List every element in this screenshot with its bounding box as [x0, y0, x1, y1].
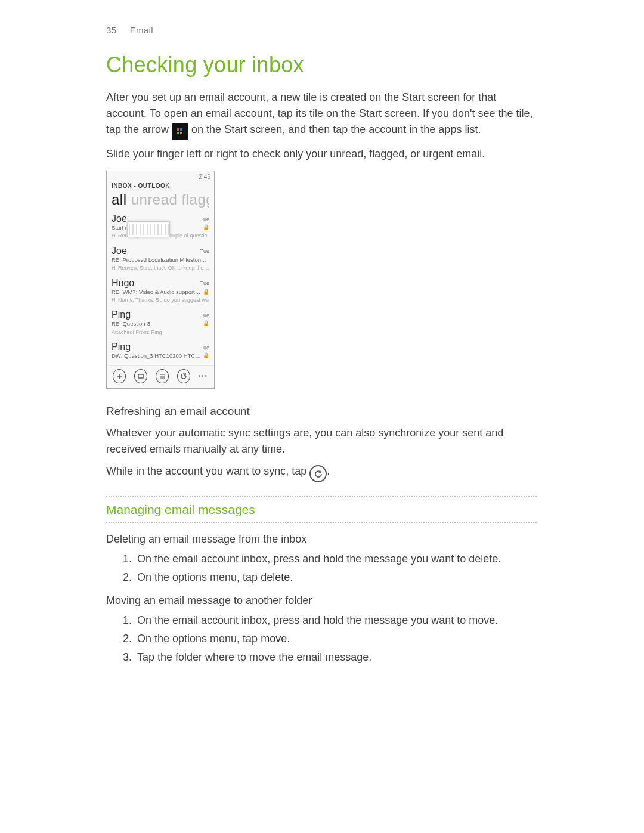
list-item: Tap the folder where to move the email m… [135, 649, 537, 665]
phone-message: Ping Tue DW: Question_3 HTC10200 HTC_DH_… [112, 339, 209, 363]
menu-command: move [261, 633, 287, 645]
sync-icon [177, 369, 190, 383]
delete-heading: Deleting an email message from the inbox [106, 531, 537, 547]
step-tail: . [287, 633, 290, 645]
phone-pivot: all unread flagg [112, 189, 209, 210]
running-header: 35 Email [106, 24, 537, 38]
refresh-2a: While in the account you want to sync, t… [106, 465, 309, 477]
refresh-body-1: Whatever your automatic sync settings ar… [106, 425, 537, 457]
move-heading: Moving an email message to another folde… [106, 593, 537, 609]
phone-msg-sender: Ping [112, 310, 131, 320]
phone-msg-day: Tue [200, 280, 209, 288]
phone-msg-sender: Hugo [112, 278, 134, 288]
folders-icon [156, 369, 169, 383]
intro-paragraph-2: Slide your finger left or right to check… [106, 146, 537, 162]
move-steps: On the email account inbox, press and ho… [106, 612, 537, 665]
phone-msg-subject: RE: WM7: Video & Audio supported for [112, 288, 203, 296]
phone-appbar: ••• [107, 365, 214, 388]
phone-msg-sender: Joe [112, 246, 127, 256]
managing-heading: Managing email messages [106, 500, 537, 519]
page: 35 Email Checking your inbox After you s… [0, 0, 644, 833]
section-name: Email [130, 25, 153, 35]
phone-pivot-selected: all [112, 191, 127, 208]
list-item: On the email account inbox, press and ho… [135, 612, 537, 628]
phone-screenshot: 2:46 INBOX - OUTLOOK all unread flagg Jo… [106, 171, 215, 389]
phone-message: Joe Tue RE: Proposed Localization Milest… [112, 243, 209, 275]
phone-msg-day: Tue [200, 312, 209, 320]
phone-msg-subject: DW: Question_3 HTC10200 HTC_DH_BAA [112, 352, 203, 360]
phone-message: Hugo Tue RE: WM7: Video & Audio supporte… [112, 275, 209, 307]
menu-command: delete [261, 571, 290, 583]
list-item: On the email account inbox, press and ho… [135, 551, 537, 567]
refresh-body-2: While in the account you want to sync, t… [106, 463, 537, 483]
managing-section-title: Managing email messages [106, 496, 537, 523]
svg-rect-4 [138, 374, 143, 378]
step-text: On the options menu, tap [137, 633, 261, 645]
svg-rect-0 [177, 128, 179, 131]
phone-msg-preview: Hi Norris, Thanks. So do you suggest we [112, 296, 209, 305]
svg-rect-1 [180, 128, 182, 131]
lock-icon: 🔒 [203, 320, 209, 328]
arrow-tile-icon [172, 123, 188, 140]
lock-icon: 🔒 [203, 352, 209, 360]
lock-icon: 🔒 [203, 288, 209, 296]
phone-msg-day: Tue [200, 216, 209, 224]
phone-msg-sender: Ping [112, 342, 131, 352]
page-title: Checking your inbox [106, 53, 537, 77]
phone-msg-subject: RE: Question-3 [112, 320, 150, 328]
svg-rect-2 [177, 132, 179, 134]
phone-swipe-thumb [127, 221, 170, 237]
delete-steps: On the email account inbox, press and ho… [106, 551, 537, 586]
phone-msg-subject: RE: Proposed Localization Milestone Sc [112, 256, 209, 264]
sync-icon [309, 465, 327, 482]
intro-paragraph-1: After you set up an email account, a new… [106, 89, 537, 140]
phone-pivot-rest: unread flagg [127, 191, 209, 208]
step-text: On the options menu, tap [137, 571, 261, 583]
new-mail-icon [113, 369, 126, 383]
step-tail: . [290, 571, 293, 583]
list-item: On the options menu, tap delete. [135, 569, 537, 586]
lock-icon: 🔒 [203, 224, 209, 232]
phone-message: Ping Tue RE: Question-3 🔒 Attached! From… [112, 306, 209, 339]
phone-msg-preview: Hi Reuven, Sure, that's OK to keep the 3… [112, 264, 209, 272]
page-number: 35 [106, 25, 116, 35]
intro-1b: on the Start screen, and then tap the ac… [191, 123, 481, 135]
list-item: On the options menu, tap move. [135, 631, 537, 647]
phone-msg-day: Tue [200, 247, 209, 256]
phone-msg-sender: Joe [112, 214, 127, 224]
more-icon: ••• [199, 374, 209, 378]
phone-status-time: 2:46 [107, 171, 214, 181]
refresh-2b: . [327, 465, 330, 477]
phone-msg-day: Tue [200, 344, 209, 352]
svg-rect-3 [180, 132, 182, 134]
phone-msg-preview: Attached! From: Ping [112, 329, 209, 337]
select-icon [134, 369, 147, 383]
refresh-heading: Refreshing an email account [106, 403, 537, 420]
